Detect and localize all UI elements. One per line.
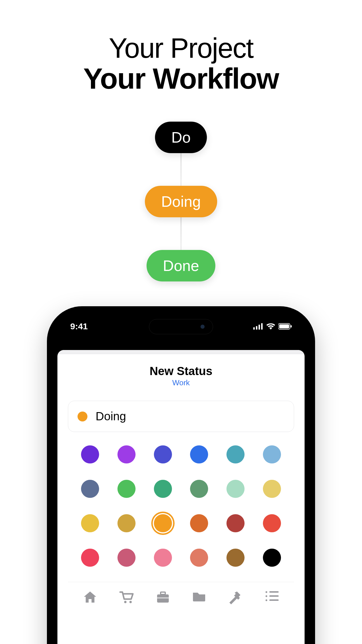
svg-point-8	[129, 601, 132, 603]
color-swatch[interactable]	[263, 480, 281, 498]
svg-rect-12	[193, 596, 205, 601]
battery-icon	[278, 323, 292, 330]
folder-icon[interactable]	[192, 590, 206, 606]
color-swatch[interactable]	[190, 480, 208, 498]
color-swatch[interactable]	[154, 549, 172, 567]
workflow-connector	[180, 151, 182, 186]
color-swatch[interactable]	[190, 549, 208, 567]
color-swatch[interactable]	[226, 549, 245, 567]
dynamic-island	[149, 319, 213, 334]
cart-icon[interactable]	[119, 590, 134, 606]
color-swatch[interactable]	[81, 514, 99, 532]
svg-rect-3	[261, 323, 263, 330]
color-swatch[interactable]	[117, 549, 136, 567]
color-swatch[interactable]	[226, 480, 245, 498]
color-swatch[interactable]	[81, 445, 99, 463]
color-swatch[interactable]	[117, 514, 136, 532]
color-swatch[interactable]	[263, 549, 281, 567]
color-swatch[interactable]	[226, 514, 245, 532]
headline-line1: Your Project	[0, 32, 362, 64]
color-swatch[interactable]	[81, 480, 99, 498]
color-swatch[interactable]	[117, 480, 136, 498]
svg-rect-6	[291, 325, 292, 328]
color-swatch[interactable]	[117, 445, 136, 463]
svg-point-7	[124, 601, 126, 603]
signal-icon	[253, 323, 263, 330]
svg-point-17	[266, 599, 267, 601]
status-color-dot	[78, 412, 87, 421]
svg-rect-11	[157, 597, 169, 598]
workflow-step-done: Done	[147, 250, 215, 281]
status-name-value: Doing	[96, 410, 126, 423]
workflow-connector	[180, 215, 182, 250]
color-swatch[interactable]	[154, 514, 172, 532]
home-icon[interactable]	[83, 590, 97, 606]
svg-rect-5	[279, 324, 289, 328]
color-swatch[interactable]	[154, 445, 172, 463]
sheet-subtitle[interactable]: Work	[57, 378, 305, 387]
headline-line2: Your Workflow	[0, 62, 362, 95]
workflow-diagram: Do Doing Done	[0, 113, 362, 288]
color-swatch[interactable]	[154, 480, 172, 498]
phone-frame: 9:41 New Status Work Doin	[47, 306, 315, 644]
briefcase-icon[interactable]	[156, 590, 170, 606]
svg-point-15	[266, 595, 267, 597]
svg-rect-0	[253, 327, 255, 330]
sheet-peek	[57, 350, 305, 354]
icon-toolbar	[72, 590, 290, 606]
svg-rect-10	[161, 592, 165, 594]
color-grid	[72, 445, 290, 567]
svg-rect-16	[269, 595, 279, 597]
wifi-icon	[266, 323, 275, 330]
divider	[68, 582, 294, 582]
svg-rect-2	[259, 325, 260, 330]
sheet-title: New Status	[57, 365, 305, 378]
svg-rect-1	[256, 326, 257, 330]
color-swatch[interactable]	[81, 549, 99, 567]
color-swatch[interactable]	[263, 445, 281, 463]
color-swatch[interactable]	[263, 514, 281, 532]
svg-point-13	[266, 591, 267, 593]
hammer-icon[interactable]	[228, 590, 243, 606]
status-time: 9:41	[70, 321, 88, 331]
svg-rect-14	[269, 591, 279, 593]
svg-rect-18	[269, 599, 279, 601]
workflow-step-doing: Doing	[145, 186, 217, 217]
status-name-input[interactable]: Doing	[68, 401, 294, 432]
workflow-step-do: Do	[155, 122, 207, 153]
color-swatch[interactable]	[190, 445, 208, 463]
color-swatch[interactable]	[190, 514, 208, 532]
color-swatch[interactable]	[226, 445, 245, 463]
list-icon[interactable]	[265, 590, 279, 606]
sheet: New Status Work Doing	[57, 350, 305, 644]
